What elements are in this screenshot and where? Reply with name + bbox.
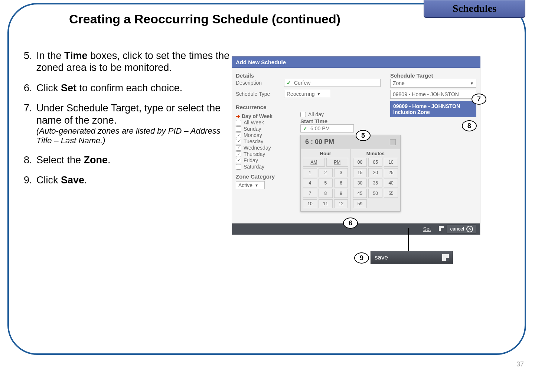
zone-category-value: Active	[238, 182, 252, 188]
minutes-label: Minutes	[353, 151, 398, 156]
dropdown-line2: Inclusion Zone	[393, 109, 473, 115]
schedules-tab: Schedules	[424, 0, 525, 18]
schedule-type-value: Reoccurring	[287, 91, 314, 97]
hour-cell[interactable]: 1	[303, 168, 317, 177]
save-icon	[442, 254, 449, 261]
day-label: All Week	[244, 120, 264, 125]
all-day-checkbox-row[interactable]: All day	[300, 111, 401, 117]
checkbox-icon	[300, 112, 306, 117]
schedule-type-label: Schedule Type	[236, 91, 284, 97]
day-label: Sunday	[244, 126, 261, 132]
day-checkbox-row[interactable]: Thursday	[236, 151, 299, 157]
schedule-target-label: Schedule Target	[390, 72, 476, 79]
instruction-item: Select the Zone.	[35, 154, 232, 166]
minute-cell[interactable]: 35	[368, 179, 382, 187]
target-dropdown-panel[interactable]: 09809 - Home - JOHNSTON Inclusion Zone	[390, 101, 476, 117]
day-checkbox-row[interactable]: Wednesday	[236, 145, 299, 151]
day-label: Thursday	[244, 151, 265, 157]
minute-cell[interactable]: 15	[353, 168, 367, 177]
chevron-down-icon: ▼	[255, 183, 258, 187]
day-checkbox-row[interactable]: Monday	[236, 132, 299, 138]
description-label: Description	[236, 80, 284, 86]
recurrence-section-label: Recurrence	[236, 104, 299, 110]
chevron-down-icon: ▼	[317, 92, 320, 96]
start-time-input[interactable]: 6:00 PM	[300, 124, 354, 133]
connector-line	[408, 228, 409, 251]
close-icon: ✕	[466, 226, 473, 232]
save-small-icon	[439, 226, 444, 232]
checkbox-icon	[236, 126, 241, 132]
time-display: 6 : 00 PM	[305, 138, 334, 146]
callout-7: 7	[472, 94, 486, 105]
callout-6: 6	[343, 218, 358, 229]
ampm-cell[interactable]: AM	[303, 158, 325, 167]
minute-cell[interactable]: 30	[353, 179, 367, 187]
ampm-cell[interactable]: PM	[326, 158, 348, 167]
minute-cell[interactable]: 00	[353, 158, 367, 167]
checkbox-icon	[236, 158, 241, 163]
checkbox-icon	[236, 139, 241, 144]
hour-cell[interactable]: 12	[334, 199, 348, 208]
instruction-item: Click Set to confirm each choice.	[35, 82, 232, 94]
day-of-week-label: Day of Week	[242, 113, 273, 119]
panel-header: Add New Schedule	[232, 56, 480, 68]
hour-cell[interactable]: 3	[334, 168, 348, 177]
minute-cell[interactable]: 50	[368, 189, 382, 198]
checkbox-icon	[236, 145, 241, 151]
hour-cell[interactable]: 7	[303, 189, 317, 198]
arrow-right-icon: ➔	[236, 113, 240, 119]
start-time-label: Start Time	[300, 118, 401, 124]
hour-cell[interactable]: 6	[334, 179, 348, 187]
description-value: Curfew	[294, 80, 310, 86]
checkbox-icon	[236, 151, 241, 157]
minute-cell[interactable]: 10	[384, 158, 398, 167]
chevron-down-icon: ▼	[470, 81, 474, 85]
instruction-item: In the Time boxes, click to set the time…	[35, 50, 232, 74]
set-button[interactable]: Set	[423, 226, 431, 232]
target-name-value: 09809 - Home - JOHNSTON	[393, 91, 459, 97]
hour-cell[interactable]: 9	[334, 189, 348, 198]
instructions: In the Time boxes, click to set the time…	[20, 50, 232, 195]
instruction-item: Under Schedule Target, type or select th…	[35, 102, 232, 146]
target-name-input[interactable]: 09809 - Home - JOHNSTON	[390, 90, 476, 99]
day-of-week-heading: ➔ Day of Week	[236, 113, 299, 119]
cancel-button[interactable]: cancel ✕	[447, 225, 476, 234]
callout-9: 9	[354, 252, 369, 264]
day-label: Saturday	[244, 164, 264, 170]
target-type-select[interactable]: Zone ▼	[390, 79, 476, 88]
hour-cell[interactable]: 11	[319, 199, 333, 208]
instruction-note: (Auto-generated zones are listed by PID …	[36, 126, 232, 146]
close-icon[interactable]	[390, 139, 396, 145]
minute-cell[interactable]: 45	[353, 189, 367, 198]
day-checkbox-row[interactable]: Saturday	[236, 164, 299, 170]
minute-cell[interactable]: 20	[368, 168, 382, 177]
hour-cell[interactable]: 5	[319, 179, 333, 187]
checkbox-icon	[236, 164, 241, 170]
target-type-value: Zone	[393, 80, 405, 86]
day-checkbox-row[interactable]: Friday	[236, 157, 299, 163]
minute-cell[interactable]: 40	[384, 179, 398, 187]
zone-category-select[interactable]: Active ▼	[236, 181, 265, 189]
description-input[interactable]: Curfew	[284, 79, 381, 87]
all-day-label: All day	[308, 111, 324, 117]
start-time-value: 6:00 PM	[310, 125, 330, 131]
checkbox-icon	[236, 133, 241, 138]
day-checkbox-row[interactable]: Tuesday	[236, 138, 299, 144]
hour-cell[interactable]: 10	[303, 199, 317, 208]
hour-label: Hour	[303, 151, 348, 156]
cancel-label: cancel	[450, 226, 464, 232]
hour-cell[interactable]: 8	[319, 189, 333, 198]
minute-cell[interactable]: 05	[368, 158, 382, 167]
schedule-type-select[interactable]: Reoccurring ▼	[284, 90, 330, 98]
day-checkbox-row[interactable]: Sunday	[236, 126, 299, 132]
minute-cell[interactable]: 55	[384, 189, 398, 198]
save-button[interactable]: save	[371, 251, 453, 264]
hour-cell[interactable]: 4	[303, 179, 317, 187]
hour-cell[interactable]: 2	[319, 168, 333, 177]
day-checkbox-row[interactable]: All Week	[236, 120, 299, 125]
check-icon	[287, 80, 293, 86]
minute-cell[interactable]: 59	[353, 199, 367, 208]
minute-cell[interactable]: 25	[384, 168, 398, 177]
day-label: Monday	[244, 132, 262, 138]
schedules-tab-label: Schedules	[453, 3, 496, 14]
